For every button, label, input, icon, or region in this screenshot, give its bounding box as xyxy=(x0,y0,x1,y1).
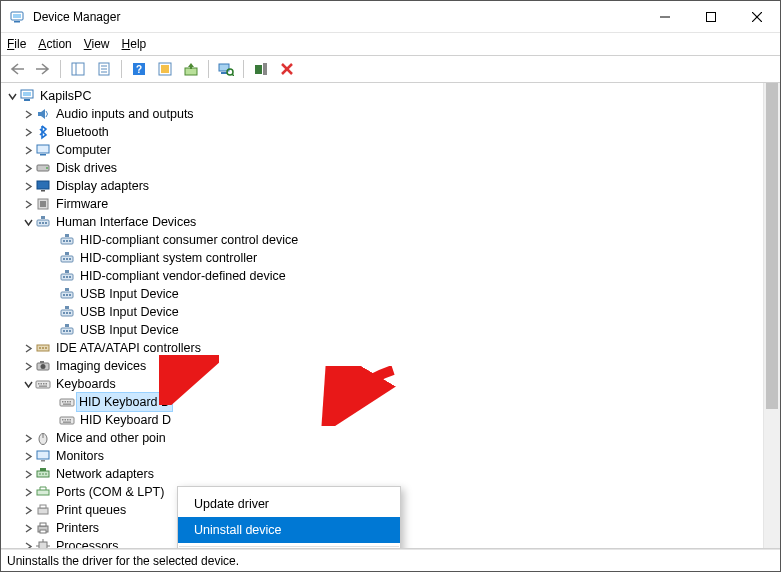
tree-category[interactable]: Bluetooth xyxy=(3,123,778,141)
svg-rect-112 xyxy=(39,542,47,549)
tree-device-label: HID-compliant system controller xyxy=(79,249,258,267)
add-legacy-hardware-button[interactable] xyxy=(249,58,273,80)
svg-rect-89 xyxy=(70,401,72,403)
show-hide-tree-button[interactable] xyxy=(66,58,90,80)
tree-category[interactable]: Imaging devices xyxy=(3,357,778,375)
svg-rect-86 xyxy=(62,401,64,403)
tree-category[interactable]: Firmware xyxy=(3,195,778,213)
scrollbar-thumb[interactable] xyxy=(766,83,778,409)
toolbar: ? xyxy=(1,55,780,83)
maximize-button[interactable] xyxy=(688,1,734,33)
chevron-right-icon[interactable] xyxy=(21,362,35,371)
chevron-right-icon[interactable] xyxy=(21,488,35,497)
tree-category[interactable]: Human Interface Devices xyxy=(3,213,778,231)
chevron-right-icon[interactable] xyxy=(21,110,35,119)
tree-device[interactable]: HID-compliant system controller xyxy=(3,249,778,267)
svg-rect-45 xyxy=(69,240,71,242)
update-driver-button[interactable] xyxy=(179,58,203,80)
tree-category-label: Disk drives xyxy=(55,159,118,177)
chevron-right-icon[interactable] xyxy=(21,344,35,353)
svg-rect-64 xyxy=(66,312,68,314)
chevron-right-icon[interactable] xyxy=(21,542,35,550)
chevron-right-icon[interactable] xyxy=(21,452,35,461)
chevron-right-icon[interactable] xyxy=(21,470,35,479)
context-menu-item[interactable]: Update driver xyxy=(178,491,400,517)
chevron-down-icon[interactable] xyxy=(21,380,35,389)
context-menu-item[interactable]: Uninstall device xyxy=(178,517,400,543)
scan-hardware-button[interactable] xyxy=(214,58,238,80)
tree-device[interactable]: HID Keyboard D xyxy=(3,411,778,429)
svg-point-105 xyxy=(45,473,47,475)
hid-icon xyxy=(59,304,75,320)
tree-category[interactable]: Audio inputs and outputs xyxy=(3,105,778,123)
tree-device[interactable]: HID-compliant vendor-defined device xyxy=(3,267,778,285)
svg-rect-22 xyxy=(255,65,262,74)
menu-file[interactable]: File xyxy=(7,37,26,51)
svg-point-32 xyxy=(46,167,48,169)
tree-category[interactable]: Keyboards xyxy=(3,375,778,393)
tree-category-label: Processors xyxy=(55,537,120,549)
menu-view[interactable]: View xyxy=(84,37,110,51)
display-icon xyxy=(35,178,51,194)
tree-device[interactable]: USB Input Device xyxy=(3,285,778,303)
tree-root-label: KapilsPC xyxy=(39,87,92,105)
chevron-down-icon[interactable] xyxy=(5,92,19,101)
svg-line-21 xyxy=(232,74,234,76)
chevron-right-icon[interactable] xyxy=(21,182,35,191)
chevron-down-icon[interactable] xyxy=(21,218,35,227)
chevron-right-icon[interactable] xyxy=(21,128,35,137)
toolbar-separator xyxy=(60,60,61,78)
tree-category[interactable]: Disk drives xyxy=(3,159,778,177)
properties-button[interactable] xyxy=(92,58,116,80)
svg-point-75 xyxy=(45,347,47,349)
uninstall-device-button[interactable] xyxy=(275,58,299,80)
svg-rect-7 xyxy=(72,63,84,75)
hid-icon xyxy=(59,232,75,248)
chevron-right-icon[interactable] xyxy=(21,524,35,533)
svg-rect-54 xyxy=(66,276,68,278)
svg-rect-33 xyxy=(37,181,49,189)
chevron-right-icon[interactable] xyxy=(21,164,35,173)
nav-back-button[interactable] xyxy=(5,58,29,80)
svg-text:?: ? xyxy=(136,64,142,75)
tree-category[interactable]: Mice and other poin xyxy=(3,429,778,447)
chevron-right-icon[interactable] xyxy=(21,434,35,443)
tree-category-label: Imaging devices xyxy=(55,357,147,375)
svg-rect-92 xyxy=(62,419,64,421)
tree-category[interactable]: Computer xyxy=(3,141,778,159)
tree-category[interactable]: IDE ATA/ATAPI controllers xyxy=(3,339,778,357)
nav-forward-button[interactable] xyxy=(31,58,55,80)
close-button[interactable] xyxy=(734,1,780,33)
menu-action[interactable]: Action xyxy=(38,37,71,51)
device-tree[interactable]: KapilsPCAudio inputs and outputsBluetoot… xyxy=(1,83,780,548)
tree-device-label: HID-compliant consumer control device xyxy=(79,231,299,249)
tree-device[interactable]: USB Input Device xyxy=(3,303,778,321)
svg-rect-70 xyxy=(69,330,71,332)
port-icon xyxy=(35,484,51,500)
tree-category[interactable]: Monitors xyxy=(3,447,778,465)
chevron-right-icon[interactable] xyxy=(21,146,35,155)
chevron-right-icon[interactable] xyxy=(21,506,35,515)
tree-device[interactable]: USB Input Device xyxy=(3,321,778,339)
chevron-right-icon[interactable] xyxy=(21,200,35,209)
svg-rect-110 xyxy=(40,523,46,526)
context-menu-separator xyxy=(179,546,399,547)
vertical-scrollbar[interactable] xyxy=(763,83,780,548)
tree-category-label: Human Interface Devices xyxy=(55,213,197,231)
svg-rect-56 xyxy=(65,270,69,273)
tree-category[interactable]: Network adapters xyxy=(3,465,778,483)
help-button[interactable]: ? xyxy=(127,58,151,80)
svg-rect-30 xyxy=(40,154,46,156)
svg-rect-99 xyxy=(37,451,49,459)
svg-rect-82 xyxy=(43,383,45,385)
svg-rect-19 xyxy=(221,72,227,74)
printq-icon xyxy=(35,502,51,518)
toolbar-icon[interactable] xyxy=(153,58,177,80)
minimize-button[interactable] xyxy=(642,1,688,33)
tree-category-label: Network adapters xyxy=(55,465,155,483)
tree-category[interactable]: Display adapters xyxy=(3,177,778,195)
menu-help[interactable]: Help xyxy=(122,37,147,51)
tree-root[interactable]: KapilsPC xyxy=(3,87,778,105)
tree-device[interactable]: HID-compliant consumer control device xyxy=(3,231,778,249)
tree-device[interactable]: HID Keyboard D xyxy=(3,393,778,411)
